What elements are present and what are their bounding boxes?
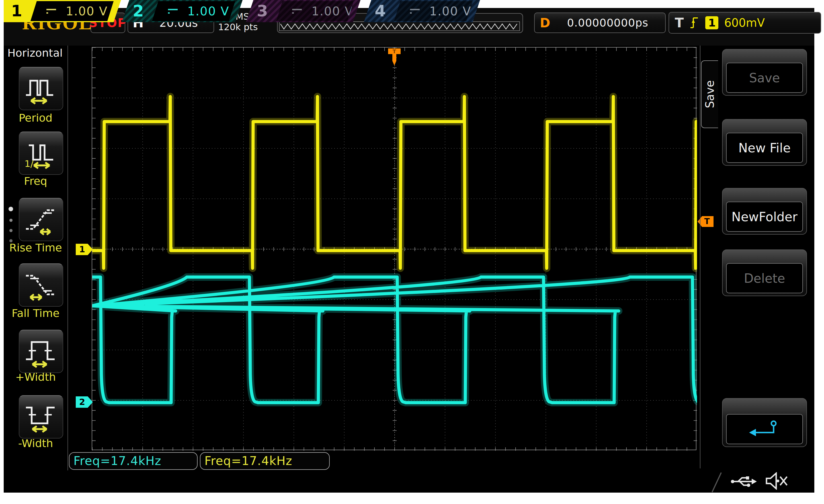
menu-page-dot-1 xyxy=(9,207,13,211)
period-icon xyxy=(24,72,58,105)
menu-page-dot-3 xyxy=(9,229,12,232)
waveform-graticule xyxy=(92,47,697,450)
channel-3-scale: 1.00 V xyxy=(311,4,353,18)
channel-4-coupling-icon xyxy=(410,9,421,14)
measurement-freq-ch2: Freq=17.4kHz xyxy=(69,452,198,470)
rise-time-icon xyxy=(24,203,58,236)
channel-4-number: 4 xyxy=(375,2,386,20)
channel-status-bar xyxy=(4,471,814,493)
sidebar-item-rise-time[interactable] xyxy=(19,198,63,241)
usb-icon xyxy=(731,474,757,489)
sidebar-item-period-label: Period xyxy=(4,112,68,124)
channel-3-number: 3 xyxy=(257,2,268,20)
trigger-level-value: 600mV xyxy=(724,16,765,29)
menu-button-new-folder-label: NewFolder xyxy=(726,202,803,232)
channel-1-number: 1 xyxy=(11,2,22,20)
channel-3-coupling-icon xyxy=(292,9,304,14)
trigger-delay-box[interactable]: D 0.00000000ps xyxy=(534,12,666,33)
sidebar-item-freq-label: Freq xyxy=(4,175,68,187)
delay-value: 0.00000000ps xyxy=(550,16,665,29)
back-arrow-icon xyxy=(747,420,782,438)
channel-3-block[interactable]: 3 1.00 V xyxy=(246,0,360,22)
sidebar-item-rise-time-label: Rise Time xyxy=(4,241,68,254)
menu-button-save[interactable]: Save xyxy=(722,49,807,96)
channel-4-scale: 1.00 V xyxy=(429,4,472,18)
freq-icon: 1/ xyxy=(24,137,58,170)
menu-button-new-file[interactable]: New File xyxy=(722,119,807,166)
minus-width-icon xyxy=(24,400,58,433)
menu-button-save-label: Save xyxy=(726,63,803,93)
menu-button-delete[interactable]: Delete xyxy=(722,249,807,296)
menu-divider xyxy=(700,45,700,469)
svg-text:T: T xyxy=(393,48,396,55)
menu-page-dot-2 xyxy=(9,219,12,222)
trigger-label: T xyxy=(675,15,684,30)
sidebar-item-fall-time-label: Fall Time xyxy=(4,307,68,319)
channel-2-block[interactable]: 2 1.00 V xyxy=(122,0,242,22)
menu-button-back[interactable] xyxy=(722,398,807,447)
trigger-info-box[interactable]: T 1 600mV xyxy=(668,12,821,33)
channel-1-scale: 1.00 V xyxy=(66,4,108,18)
delay-label: D xyxy=(540,16,550,30)
menu-button-delete-label: Delete xyxy=(726,263,803,293)
menu-button-new-folder[interactable]: NewFolder xyxy=(722,188,807,235)
sidebar-item-nwidth-label: -Width xyxy=(4,437,68,449)
sidebar-item-period[interactable] xyxy=(19,67,63,110)
channel-4-block[interactable]: 4 1.00 V xyxy=(364,0,480,22)
channel-2-scale: 1.00 V xyxy=(187,4,229,18)
menu-page-dot-4 xyxy=(9,239,12,242)
fall-time-icon xyxy=(24,269,58,302)
rising-edge-icon xyxy=(689,16,700,30)
sidebar-item-nwidth[interactable] xyxy=(19,395,63,438)
channel-1-coupling-icon xyxy=(46,9,58,14)
rigol-oscilloscope-screen: RIGOL STOP H 20.0us 500MSa/s120k pts D 0… xyxy=(0,0,824,504)
menu-tab-save-label: Save xyxy=(703,80,716,108)
sidebar-title: Horizontal xyxy=(4,47,66,59)
memory-depth: 120k pts xyxy=(218,22,258,32)
channel-2-coupling-icon xyxy=(168,9,179,14)
menu-button-new-file-label: New File xyxy=(726,133,803,163)
trigger-position-marker[interactable]: T xyxy=(387,48,401,67)
channel-2-number: 2 xyxy=(133,2,144,20)
sidebar-item-fall-time[interactable] xyxy=(19,264,63,307)
sidebar-divider xyxy=(68,45,68,471)
speaker-muted-icon xyxy=(765,472,788,490)
svg-text:1/: 1/ xyxy=(24,158,34,169)
sidebar-item-freq[interactable]: 1/ xyxy=(19,131,63,175)
trigger-source-badge: 1 xyxy=(705,16,718,29)
measurement-freq-ch1: Freq=17.4kHz xyxy=(200,452,330,470)
plus-width-icon xyxy=(24,335,58,368)
menu-tab-save: Save xyxy=(701,60,718,128)
sidebar-item-pwidth[interactable] xyxy=(19,330,63,373)
sidebar-item-pwidth-label: +Width xyxy=(4,371,68,383)
channel-1-block[interactable]: 1 1.00 V xyxy=(4,0,121,22)
waveform-plot xyxy=(92,47,697,451)
